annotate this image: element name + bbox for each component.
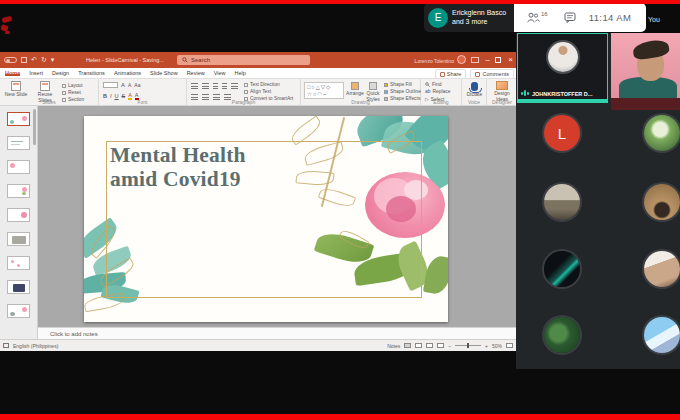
restore-button[interactable]: [495, 57, 501, 63]
tab-view[interactable]: View: [214, 70, 226, 76]
slide-sorter-view-icon[interactable]: [415, 343, 422, 348]
attendee-names: Erickglenn Basco and 3 more: [452, 9, 506, 26]
slide-thumbnail[interactable]: [7, 304, 30, 318]
fit-to-window-icon[interactable]: [506, 343, 513, 348]
ribbon-group-slides: New Slide Reuse Slides Layout Reset Sect…: [0, 79, 99, 105]
zoom-slider[interactable]: [455, 345, 481, 346]
line-spacing-icon[interactable]: [231, 83, 238, 89]
list-buttons-row: [191, 83, 238, 89]
search-icon: [182, 57, 188, 63]
ribbon-group-designer: Design Ideas Designer: [487, 79, 517, 105]
notes-pane[interactable]: Click to add notes: [38, 327, 517, 339]
shape-outline-button[interactable]: Shape Outline: [384, 89, 421, 94]
indent-increase-icon[interactable]: [222, 83, 227, 89]
ribbon-display-options-icon[interactable]: [471, 57, 479, 63]
tab-home[interactable]: Home: [5, 70, 20, 76]
participant-avatar[interactable]: [544, 317, 580, 353]
slide-thumbnail[interactable]: [7, 208, 30, 222]
tab-insert[interactable]: Insert: [29, 70, 43, 76]
numbering-icon[interactable]: [202, 83, 209, 89]
tab-animations[interactable]: Animations: [114, 70, 141, 76]
participant-avatar[interactable]: [544, 251, 580, 287]
indent-decrease-icon[interactable]: [213, 83, 218, 89]
find-button[interactable]: Find: [425, 82, 442, 87]
layout-icon: [62, 84, 66, 88]
language-status[interactable]: English (Philippines): [13, 343, 58, 349]
slide-thumbnail[interactable]: [7, 136, 30, 150]
save-icon[interactable]: [21, 57, 27, 63]
tab-slide-show[interactable]: Slide Show: [150, 70, 178, 76]
shrink-font-icon[interactable]: A: [128, 82, 131, 88]
slide-thumbnail[interactable]: [7, 232, 30, 246]
slide-1[interactable]: Mental Health amid Covid19: [84, 116, 448, 322]
slide-thumbnail[interactable]: [7, 280, 30, 294]
reset-button[interactable]: Reset: [62, 90, 81, 95]
slide-thumbnail-panel[interactable]: [0, 106, 38, 339]
clear-format-icon[interactable]: Aa: [134, 82, 140, 88]
autosave-toggle[interactable]: [4, 57, 17, 63]
display-settings-icon[interactable]: [3, 343, 9, 348]
slide-thumbnail[interactable]: [7, 160, 30, 174]
participant-avatar[interactable]: [544, 184, 580, 220]
reading-view-icon[interactable]: [426, 343, 433, 348]
slide-thumbnail[interactable]: [7, 256, 30, 270]
dictate-button[interactable]: Dictate: [465, 82, 484, 98]
normal-view-icon[interactable]: [404, 343, 411, 348]
align-text-button[interactable]: Align Text: [244, 89, 271, 94]
slide-thumbnail[interactable]: [7, 184, 30, 198]
font-size-box[interactable]: [103, 82, 118, 88]
tab-transitions[interactable]: Transitions: [78, 70, 105, 76]
bullets-icon[interactable]: [191, 83, 198, 89]
participant-avatar[interactable]: [644, 184, 680, 220]
ribbon-group-voice: Dictate Voice: [462, 79, 487, 105]
thumbnail-scrollbar[interactable]: [33, 109, 36, 145]
zoom-level[interactable]: 50%: [492, 343, 502, 349]
share-icon: [440, 72, 445, 77]
undo-icon[interactable]: ↶: [31, 56, 37, 64]
text-direction-icon: [244, 83, 248, 87]
slide-title[interactable]: Mental Health amid Covid19: [110, 143, 246, 191]
editor-area: Mental Health amid Covid19 Click to add …: [38, 106, 517, 339]
redo-icon[interactable]: ↻: [41, 56, 47, 64]
participant-avatar[interactable]: L: [544, 115, 580, 151]
participant-avatar[interactable]: [644, 317, 680, 353]
participant-avatar[interactable]: [644, 115, 680, 151]
participant-avatar[interactable]: [644, 251, 680, 287]
shape-fill-button[interactable]: Shape Fill: [384, 82, 412, 87]
zoom-out-icon[interactable]: –: [448, 343, 451, 349]
design-ideas-icon: [496, 81, 508, 90]
slide-thumbnail[interactable]: [7, 112, 30, 126]
shape-outline-icon: [384, 90, 388, 94]
slideshow-view-icon[interactable]: [437, 343, 444, 348]
replace-button[interactable]: abReplace: [425, 89, 450, 94]
shape-gallery[interactable]: □○△▽◇ ☆○◠⌣: [304, 82, 344, 99]
slide-canvas[interactable]: Mental Health amid Covid19: [38, 106, 517, 327]
reset-icon: [62, 91, 66, 95]
notes-toggle[interactable]: Notes: [387, 343, 400, 349]
meeting-attendees-pill[interactable]: E Erickglenn Basco and 3 more: [424, 3, 514, 32]
minimize-button[interactable]: –: [486, 55, 490, 64]
self-video-tile[interactable]: [611, 33, 680, 110]
chat-icon[interactable]: [564, 12, 576, 23]
tab-help[interactable]: Help: [235, 70, 246, 76]
close-button[interactable]: ×: [508, 55, 513, 64]
search-box[interactable]: Search: [177, 55, 310, 65]
share-button[interactable]: Share: [435, 69, 467, 79]
account-avatar[interactable]: [457, 55, 466, 64]
account-name[interactable]: Lorenzo Tolentino: [415, 58, 454, 64]
zoom-in-icon[interactable]: +: [485, 343, 488, 349]
ppt-titlebar: ↶ ↻ ▾ Helen - SlideCarnival - Saving... …: [0, 52, 517, 68]
tab-design[interactable]: Design: [52, 70, 69, 76]
comments-icon: [475, 72, 480, 77]
tab-review[interactable]: Review: [187, 70, 205, 76]
ribbon-tabs: Home Insert Design Transitions Animation…: [0, 68, 517, 79]
participants-button[interactable]: 16: [526, 12, 548, 23]
text-direction-button[interactable]: Text Direction: [244, 82, 280, 87]
grow-font-icon[interactable]: A: [121, 82, 125, 88]
new-slide-button[interactable]: New Slide: [3, 81, 29, 98]
speaker-tile[interactable]: JOHNKRISTOFFER D...: [517, 33, 608, 103]
arrange-button[interactable]: Arrange: [346, 82, 364, 97]
qat-dropdown-icon[interactable]: ▾: [51, 56, 55, 64]
layout-button[interactable]: Layout: [62, 83, 83, 88]
comments-button[interactable]: Comments: [470, 69, 514, 79]
